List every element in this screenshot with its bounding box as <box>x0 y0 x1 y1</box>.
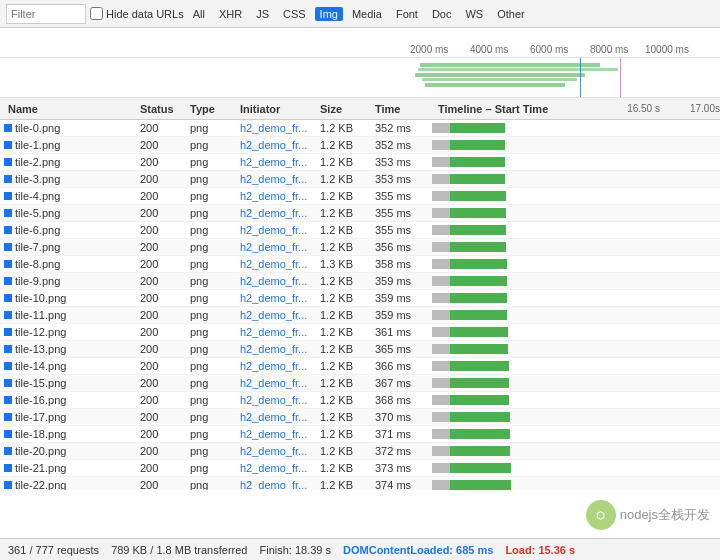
row-initiator[interactable]: h2_demo_fr... <box>240 445 320 457</box>
row-file-icon <box>4 396 12 404</box>
filter-btn-ws[interactable]: WS <box>460 7 488 21</box>
row-initiator[interactable]: h2_demo_fr... <box>240 241 320 253</box>
table-row[interactable]: tile-0.png 200 png h2_demo_fr... 1.2 KB … <box>0 120 720 137</box>
row-name: tile-16.png <box>0 394 140 406</box>
wf-mini-bar-1 <box>420 63 600 67</box>
row-name: tile-20.png <box>0 445 140 457</box>
row-status: 200 <box>140 326 190 338</box>
row-timeline-bar-gray <box>432 123 450 133</box>
row-status: 200 <box>140 173 190 185</box>
row-name: tile-13.png <box>0 343 140 355</box>
row-initiator[interactable]: h2_demo_fr... <box>240 156 320 168</box>
filter-btn-media[interactable]: Media <box>347 7 387 21</box>
row-initiator[interactable]: h2_demo_fr... <box>240 343 320 355</box>
row-type: png <box>190 326 240 338</box>
row-file-icon <box>4 430 12 438</box>
row-status: 200 <box>140 292 190 304</box>
filter-btn-xhr[interactable]: XHR <box>214 7 247 21</box>
row-timeline <box>430 120 720 136</box>
table-row[interactable]: tile-12.png 200 png h2_demo_fr... 1.2 KB… <box>0 324 720 341</box>
table-row[interactable]: tile-8.png 200 png h2_demo_fr... 1.3 KB … <box>0 256 720 273</box>
row-initiator[interactable]: h2_demo_fr... <box>240 428 320 440</box>
row-initiator[interactable]: h2_demo_fr... <box>240 258 320 270</box>
row-status: 200 <box>140 190 190 202</box>
filter-btn-js[interactable]: JS <box>251 7 274 21</box>
filter-btn-img[interactable]: Img <box>315 7 343 21</box>
row-initiator[interactable]: h2_demo_fr... <box>240 411 320 423</box>
table-row[interactable]: tile-2.png 200 png h2_demo_fr... 1.2 KB … <box>0 154 720 171</box>
row-timeline-bar-gray <box>432 225 450 235</box>
col-header-name[interactable]: Name <box>0 103 140 115</box>
row-type: png <box>190 139 240 151</box>
col-header-size[interactable]: Size <box>320 103 375 115</box>
hide-data-urls-checkbox[interactable]: Hide data URLs <box>90 7 184 20</box>
row-time: 352 ms <box>375 139 430 151</box>
row-timeline-bar-gray <box>432 208 450 218</box>
table-row[interactable]: tile-7.png 200 png h2_demo_fr... 1.2 KB … <box>0 239 720 256</box>
row-initiator[interactable]: h2_demo_fr... <box>240 292 320 304</box>
row-name: tile-6.png <box>0 224 140 236</box>
row-initiator[interactable]: h2_demo_fr... <box>240 394 320 406</box>
table-row[interactable]: tile-3.png 200 png h2_demo_fr... 1.2 KB … <box>0 171 720 188</box>
filter-btn-doc[interactable]: Doc <box>427 7 457 21</box>
row-timeline-bar-gray <box>432 174 450 184</box>
row-time: 359 ms <box>375 275 430 287</box>
table-row[interactable]: tile-20.png 200 png h2_demo_fr... 1.2 KB… <box>0 443 720 460</box>
col-header-initiator[interactable]: Initiator <box>240 103 320 115</box>
row-status: 200 <box>140 207 190 219</box>
row-initiator[interactable]: h2_demo_fr... <box>240 377 320 389</box>
row-name: tile-1.png <box>0 139 140 151</box>
filter-btn-css[interactable]: CSS <box>278 7 311 21</box>
row-initiator[interactable]: h2_demo_fr... <box>240 309 320 321</box>
row-size: 1.2 KB <box>320 326 375 338</box>
table-row[interactable]: tile-18.png 200 png h2_demo_fr... 1.2 KB… <box>0 426 720 443</box>
row-status: 200 <box>140 139 190 151</box>
row-initiator[interactable]: h2_demo_fr... <box>240 462 320 474</box>
row-initiator[interactable]: h2_demo_fr... <box>240 275 320 287</box>
table-row[interactable]: tile-10.png 200 png h2_demo_fr... 1.2 KB… <box>0 290 720 307</box>
row-initiator[interactable]: h2_demo_fr... <box>240 326 320 338</box>
col-header-status[interactable]: Status <box>140 103 190 115</box>
filter-input[interactable] <box>6 4 86 24</box>
row-initiator[interactable]: h2_demo_fr... <box>240 139 320 151</box>
table-row[interactable]: tile-15.png 200 png h2_demo_fr... 1.2 KB… <box>0 375 720 392</box>
table-row[interactable]: tile-14.png 200 png h2_demo_fr... 1.2 KB… <box>0 358 720 375</box>
row-type: png <box>190 428 240 440</box>
table-row[interactable]: tile-16.png 200 png h2_demo_fr... 1.2 KB… <box>0 392 720 409</box>
row-initiator[interactable]: h2_demo_fr... <box>240 122 320 134</box>
table-row[interactable]: tile-21.png 200 png h2_demo_fr... 1.2 KB… <box>0 460 720 477</box>
table-row[interactable]: tile-4.png 200 png h2_demo_fr... 1.2 KB … <box>0 188 720 205</box>
row-timeline-bar-green <box>450 446 510 456</box>
table-row[interactable]: tile-13.png 200 png h2_demo_fr... 1.2 KB… <box>0 341 720 358</box>
row-initiator[interactable]: h2_demo_fr... <box>240 360 320 372</box>
row-initiator[interactable]: h2_demo_fr... <box>240 207 320 219</box>
filter-btn-other[interactable]: Other <box>492 7 530 21</box>
row-type: png <box>190 309 240 321</box>
ruler-mark-4000: 4000 ms <box>470 44 508 55</box>
row-timeline <box>430 273 720 289</box>
col-header-time[interactable]: Time <box>375 103 430 115</box>
nodejs-logo-icon: ⬡ <box>586 500 616 530</box>
table-row[interactable]: tile-22.png 200 png h2_demo_fr... 1.2 KB… <box>0 477 720 490</box>
table-row[interactable]: tile-1.png 200 png h2_demo_fr... 1.2 KB … <box>0 137 720 154</box>
watermark-text: nodejs全栈开发 <box>620 506 710 524</box>
table-row[interactable]: tile-5.png 200 png h2_demo_fr... 1.2 KB … <box>0 205 720 222</box>
filter-btn-font[interactable]: Font <box>391 7 423 21</box>
row-initiator[interactable]: h2_demo_fr... <box>240 173 320 185</box>
row-status: 200 <box>140 445 190 457</box>
row-timeline-bar-green <box>450 429 510 439</box>
filter-btn-all[interactable]: All <box>188 7 210 21</box>
table-row[interactable]: tile-11.png 200 png h2_demo_fr... 1.2 KB… <box>0 307 720 324</box>
table-row[interactable]: tile-9.png 200 png h2_demo_fr... 1.2 KB … <box>0 273 720 290</box>
row-type: png <box>190 258 240 270</box>
row-initiator[interactable]: h2_demo_fr... <box>240 479 320 490</box>
row-time: 365 ms <box>375 343 430 355</box>
table-row[interactable]: tile-6.png 200 png h2_demo_fr... 1.2 KB … <box>0 222 720 239</box>
row-time: 352 ms <box>375 122 430 134</box>
col-header-type[interactable]: Type <box>190 103 240 115</box>
row-size: 1.2 KB <box>320 275 375 287</box>
row-initiator[interactable]: h2_demo_fr... <box>240 190 320 202</box>
row-initiator[interactable]: h2_demo_fr... <box>240 224 320 236</box>
table-row[interactable]: tile-17.png 200 png h2_demo_fr... 1.2 KB… <box>0 409 720 426</box>
row-size: 1.2 KB <box>320 207 375 219</box>
